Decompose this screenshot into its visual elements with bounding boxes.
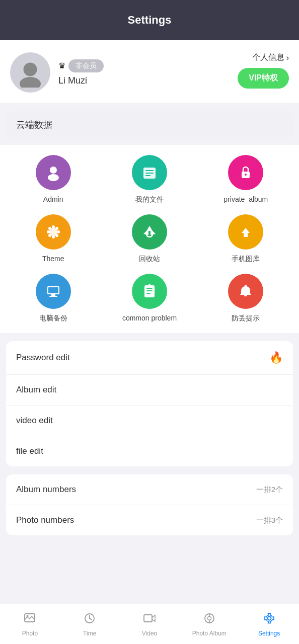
private-album-icon-circle xyxy=(228,155,263,190)
video-edit-label: video edit xyxy=(16,416,53,426)
svg-rect-27 xyxy=(148,284,151,286)
svg-point-3 xyxy=(48,174,59,181)
non-member-tag: 非会员 xyxy=(68,59,104,72)
private-album-label: private_album xyxy=(223,195,268,203)
phone-gallery-label: 手机图库 xyxy=(232,255,260,264)
tab-item-photo[interactable]: Photo xyxy=(0,604,60,644)
icon-grid: Admin 我的文件 private_album xyxy=(0,145,299,333)
username: Li Muzi xyxy=(58,75,104,86)
grid-item-private-album[interactable]: private_album xyxy=(198,155,294,204)
svg-point-11 xyxy=(52,225,55,228)
grid-item-common-problem[interactable]: common problem xyxy=(101,274,197,323)
tab-bar: Photo Time Video xyxy=(0,604,299,644)
menu-card: Password edit 🔥 Album edit video edit fi… xyxy=(6,341,293,466)
vip-button[interactable]: VIP特权 xyxy=(238,68,289,89)
menu-item-album-edit[interactable]: Album edit xyxy=(6,375,293,406)
svg-rect-28 xyxy=(244,295,247,296)
photo-album-tab-label: Photo Album xyxy=(192,630,227,637)
svg-point-29 xyxy=(245,285,247,288)
svg-point-31 xyxy=(27,615,29,617)
cloud-data-title: 云端数据 xyxy=(16,120,52,130)
svg-rect-7 xyxy=(145,175,151,176)
svg-point-16 xyxy=(55,227,58,230)
svg-point-38 xyxy=(207,616,211,620)
anti-lost-label: 防丢提示 xyxy=(232,314,260,323)
common-problem-label: common problem xyxy=(122,314,177,322)
svg-point-17 xyxy=(48,234,51,237)
admin-label: Admin xyxy=(43,195,63,203)
svg-point-15 xyxy=(48,227,51,230)
svg-rect-35 xyxy=(144,615,152,622)
svg-point-41 xyxy=(267,616,271,620)
avatar[interactable] xyxy=(10,52,50,93)
settings-row-photo-numbers[interactable]: Photo numbers 一排3个 xyxy=(6,505,293,535)
svg-point-0 xyxy=(24,63,37,76)
header: Settings xyxy=(0,0,299,40)
photo-numbers-value: 一排3个 xyxy=(256,516,283,525)
phone-gallery-icon-circle xyxy=(228,214,263,250)
svg-rect-6 xyxy=(145,173,154,174)
grid-item-recycle[interactable]: 回收站 xyxy=(101,214,197,264)
my-files-icon-circle xyxy=(132,155,167,190)
menu-item-password-edit[interactable]: Password edit 🔥 xyxy=(6,341,293,375)
hot-icon: 🔥 xyxy=(269,351,283,364)
tab-item-settings[interactable]: Settings xyxy=(239,604,299,644)
admin-icon-circle xyxy=(36,155,71,190)
video-tab-icon xyxy=(143,612,156,628)
svg-rect-5 xyxy=(145,170,154,171)
photo-tab-label: Photo xyxy=(22,630,38,637)
common-problem-icon-circle xyxy=(132,274,167,309)
profile-section: ♛ 非会员 Li Muzi 个人信息 › VIP特权 xyxy=(0,40,299,103)
video-tab-label: Video xyxy=(142,630,157,637)
svg-point-2 xyxy=(50,167,57,174)
password-edit-label: Password edit xyxy=(16,353,70,363)
svg-point-9 xyxy=(245,174,247,176)
cloud-data-section: 云端数据 xyxy=(6,111,293,139)
time-tab-label: Time xyxy=(83,630,96,637)
photo-album-tab-icon xyxy=(203,612,216,628)
recycle-label: 回收站 xyxy=(139,255,160,264)
crown-icon: ♛ xyxy=(58,61,65,70)
menu-item-file-edit[interactable]: file edit xyxy=(6,436,293,466)
svg-rect-26 xyxy=(146,293,151,294)
settings-row-album-numbers[interactable]: Album numbers 一排2个 xyxy=(6,474,293,505)
grid-item-pc-backup[interactable]: 电脑备份 xyxy=(5,274,101,323)
svg-rect-20 xyxy=(48,287,58,293)
album-numbers-label: Album numbers xyxy=(16,485,76,495)
tab-item-video[interactable]: Video xyxy=(120,604,180,644)
settings-tab-icon xyxy=(263,612,276,628)
anti-lost-icon-circle xyxy=(228,274,263,309)
svg-rect-21 xyxy=(51,294,55,296)
svg-rect-25 xyxy=(146,290,153,291)
photo-tab-icon xyxy=(23,612,36,628)
theme-label: Theme xyxy=(42,255,64,263)
album-edit-label: Album edit xyxy=(16,385,56,395)
file-edit-label: file edit xyxy=(16,446,43,456)
recycle-icon-circle xyxy=(132,214,167,250)
tab-item-photo-album[interactable]: Photo Album xyxy=(179,604,239,644)
svg-point-14 xyxy=(57,230,60,233)
time-tab-icon xyxy=(83,612,96,628)
page-title: Settings xyxy=(128,14,172,27)
menu-item-video-edit[interactable]: video edit xyxy=(6,406,293,436)
svg-line-34 xyxy=(90,618,92,620)
settings-card: Album numbers 一排2个 Photo numbers 一排3个 xyxy=(6,474,293,535)
svg-point-13 xyxy=(47,230,50,233)
svg-point-18 xyxy=(55,234,58,237)
theme-icon-circle xyxy=(36,214,71,250)
grid-item-theme[interactable]: Theme xyxy=(5,214,101,264)
profile-right: 个人信息 › VIP特权 xyxy=(238,52,289,89)
grid-item-anti-lost[interactable]: 防丢提示 xyxy=(198,274,294,323)
grid-item-phone-gallery[interactable]: 手机图库 xyxy=(198,214,294,264)
personal-info-link[interactable]: 个人信息 › xyxy=(252,52,289,63)
album-numbers-value: 一排2个 xyxy=(256,485,283,495)
svg-point-1 xyxy=(20,77,41,88)
pc-backup-icon-circle xyxy=(36,274,71,309)
svg-rect-22 xyxy=(49,296,57,297)
pc-backup-label: 电脑备份 xyxy=(39,314,67,323)
my-files-label: 我的文件 xyxy=(135,195,164,204)
grid-item-admin[interactable]: Admin xyxy=(5,155,101,204)
grid-item-my-files[interactable]: 我的文件 xyxy=(101,155,197,204)
tab-item-time[interactable]: Time xyxy=(60,604,120,644)
svg-rect-24 xyxy=(146,288,153,289)
